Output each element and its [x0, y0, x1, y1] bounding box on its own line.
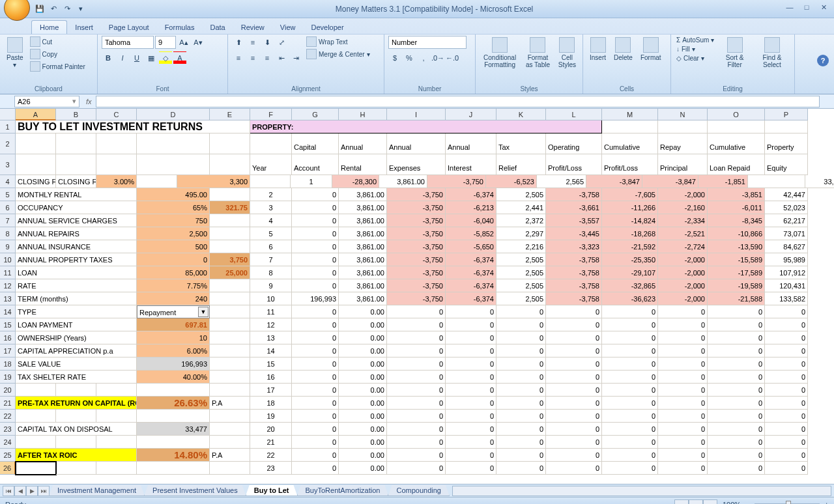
cell[interactable]: 40.00%	[137, 371, 210, 384]
worksheet-grid[interactable]: ABCDEFGHIJKLMNOP 12345678910111213141516…	[0, 109, 834, 484]
minimize-button[interactable]: —	[782, 3, 798, 15]
cell[interactable]: 750	[137, 214, 210, 227]
cell[interactable]: 3,861.00	[339, 240, 387, 253]
cell[interactable]: 62,217	[765, 214, 808, 227]
cell[interactable]: 0	[708, 344, 765, 357]
sort-filter-button[interactable]: Sort & Filter	[718, 36, 751, 70]
cell[interactable]: 0.00	[339, 357, 387, 371]
cell[interactable]: -15,589	[708, 253, 765, 266]
cell[interactable]: 0	[496, 384, 546, 397]
row-header-7[interactable]: 7	[0, 214, 16, 227]
cell[interactable]: Loan Repaid	[708, 154, 765, 175]
ribbon-tab-home[interactable]: Home	[31, 20, 67, 34]
cell[interactable]: -3,750	[387, 227, 446, 240]
row-header-18[interactable]: 18	[0, 357, 16, 371]
cell[interactable]: 0	[446, 357, 496, 371]
align-middle-button[interactable]: ≡	[246, 36, 259, 49]
cell[interactable]: 500	[137, 240, 210, 253]
col-header-B[interactable]: B	[56, 109, 96, 120]
cell[interactable]: 2,505	[496, 188, 546, 201]
cell[interactable]: -5,852	[446, 227, 496, 240]
cell[interactable]: -28,300	[332, 175, 379, 188]
cell[interactable]	[210, 154, 250, 175]
cell[interactable]: 0	[602, 344, 658, 357]
cell[interactable]: 0	[446, 305, 496, 318]
cell[interactable]: 0	[292, 384, 339, 397]
cell[interactable]: -3,750	[387, 214, 446, 227]
align-right-button[interactable]: ≡	[261, 51, 274, 64]
cell[interactable]: -2,000	[658, 279, 708, 292]
cell[interactable]: -3,758	[546, 279, 602, 292]
cell[interactable]: -13,590	[708, 240, 765, 253]
cell[interactable]: 0	[387, 384, 446, 397]
type-dropdown-button[interactable]: ▼	[198, 307, 208, 317]
cell[interactable]: OWNERSHIP (Years)	[16, 331, 137, 344]
cell[interactable]: 0	[546, 423, 602, 436]
cell[interactable]: 65%	[137, 201, 210, 214]
cell[interactable]	[210, 240, 250, 253]
tab-nav-next[interactable]: ▶	[26, 486, 38, 496]
cell[interactable]: 0	[496, 331, 546, 344]
cell[interactable]: 0	[292, 253, 339, 266]
cell[interactable]: RATE	[16, 279, 137, 292]
paste-button[interactable]: Paste▾	[4, 36, 26, 70]
ribbon-tab-review[interactable]: Review	[233, 21, 272, 34]
cell[interactable]: 0	[496, 397, 546, 410]
cell[interactable]: ANNUAL INSURANCE	[16, 240, 137, 253]
cell[interactable]: 0	[387, 305, 446, 318]
cell[interactable]	[137, 133, 210, 154]
cell[interactable]: 240	[137, 292, 210, 305]
cell[interactable]: -10,866	[708, 227, 765, 240]
cell[interactable]: -21,588	[708, 292, 765, 305]
cell[interactable]: 0	[658, 331, 708, 344]
view-layout-button[interactable]	[689, 499, 703, 505]
cell[interactable]	[16, 436, 56, 449]
cell[interactable]: 0.00	[339, 318, 387, 331]
row-header-1[interactable]: 1	[0, 120, 16, 133]
cell[interactable]: 0.00	[339, 371, 387, 384]
row-header-6[interactable]: 6	[0, 201, 16, 214]
cell[interactable]: 0	[292, 371, 339, 384]
cell[interactable]: 33,451	[805, 175, 834, 188]
cell[interactable]: 6.00%	[137, 344, 210, 357]
cell[interactable]: 2,441	[496, 201, 546, 214]
cell[interactable]: 2,297	[496, 227, 546, 240]
cell[interactable]: PRE-TAX RETURN ON CAPITAL (ROIC)	[16, 397, 137, 410]
cell[interactable]	[137, 384, 210, 397]
cell[interactable]: 0	[496, 305, 546, 318]
cell[interactable]	[16, 410, 56, 423]
cell[interactable]: Rental	[339, 154, 387, 175]
cell[interactable]: 10	[137, 331, 210, 344]
cell[interactable]: PROPERTY:	[250, 120, 602, 133]
cell[interactable]	[137, 462, 210, 475]
number-format-select[interactable]	[388, 36, 467, 49]
cell[interactable]: 0	[765, 384, 808, 397]
cell[interactable]	[16, 133, 56, 154]
cell[interactable]	[210, 331, 250, 344]
cell[interactable]: -2,000	[658, 188, 708, 201]
cell[interactable]: 8	[250, 266, 292, 279]
cell[interactable]: -6,374	[446, 266, 496, 279]
col-header-M[interactable]: M	[602, 109, 658, 120]
col-header-N[interactable]: N	[658, 109, 708, 120]
cell[interactable]: -2,724	[658, 240, 708, 253]
cell[interactable]: Principal	[658, 154, 708, 175]
sheet-tab-compounding[interactable]: Compounding	[388, 485, 450, 496]
cell[interactable]: 0	[602, 423, 658, 436]
cell[interactable]: -6,374	[446, 253, 496, 266]
col-header-I[interactable]: I	[387, 109, 446, 120]
cell[interactable]: 0	[387, 344, 446, 357]
cell[interactable]	[210, 410, 250, 423]
increase-indent-button[interactable]: ⇥	[289, 51, 302, 64]
comma-button[interactable]: ,	[417, 51, 430, 64]
cell[interactable]	[96, 436, 137, 449]
cell[interactable]: -6,374	[446, 279, 496, 292]
cell[interactable]	[56, 133, 96, 154]
cell[interactable]: Operating	[546, 133, 602, 154]
cell[interactable]: 0	[546, 397, 602, 410]
cell[interactable]: 0	[137, 253, 210, 266]
cell[interactable]: Tax	[496, 133, 546, 154]
cell[interactable]: P.A	[210, 449, 250, 462]
cell[interactable]	[56, 462, 96, 475]
find-select-button[interactable]: Find & Select	[754, 36, 790, 70]
